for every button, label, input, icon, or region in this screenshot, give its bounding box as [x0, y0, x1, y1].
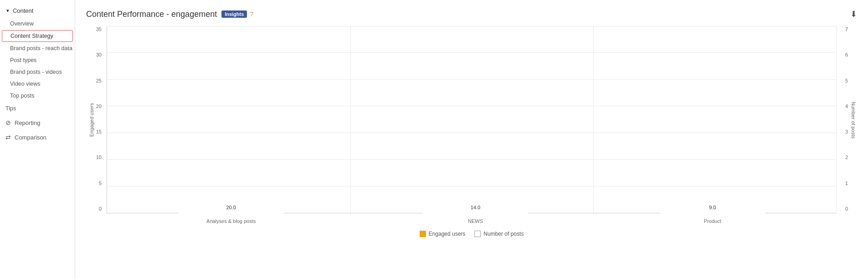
sidebar-item-top-posts[interactable]: Top posts — [0, 90, 75, 102]
sidebar-item-post-types[interactable]: Post types — [0, 54, 75, 66]
median-line-product — [660, 213, 765, 214]
grid-line — [107, 106, 837, 106]
bar-label-analyses: 20.0 — [226, 205, 236, 210]
grid-line — [107, 52, 837, 53]
chart-plot: 20.0 Analyses & blog posts 14.0 NEWS 9.0 — [107, 26, 837, 213]
sidebar-item-comparison[interactable]: ⇄ Comparison — [0, 130, 75, 145]
y-axis-left: 0 5 10 15 20 25 30 35 — [86, 26, 104, 213]
chevron-down-icon: ▼ — [5, 8, 10, 13]
vert-divider — [593, 26, 594, 213]
sidebar-section-label: Content — [13, 7, 34, 14]
y-axis-right-title: Number of posts — [851, 102, 856, 139]
bar-label-product: 9.0 — [709, 205, 716, 210]
legend-label-posts: Number of posts — [483, 231, 524, 237]
page-title: Content Performance - engagement — [86, 10, 217, 19]
legend-swatch-posts — [474, 231, 481, 237]
grid-line — [107, 159, 837, 160]
chart-legend: Engaged users Number of posts — [107, 227, 837, 241]
sidebar-item-content-strategy[interactable]: Content Strategy — [2, 30, 73, 42]
sidebar-section-content[interactable]: ▼ Content — [0, 4, 75, 18]
sidebar-tips[interactable]: Tips — [0, 102, 75, 115]
grid-line — [107, 26, 837, 26]
sidebar: ▼ Content Overview Content Strategy Bran… — [0, 0, 75, 279]
x-label-analyses: Analyses & blog posts — [206, 218, 256, 224]
grid-line — [107, 79, 837, 80]
chart-container: Engaged users 0 5 10 15 20 25 30 35 — [86, 26, 857, 241]
vert-divider — [836, 26, 837, 213]
main-content: Content Performance - engagement Insight… — [75, 0, 868, 279]
download-icon[interactable]: ⬇ — [850, 9, 857, 19]
sidebar-item-brand-posts-videos[interactable]: Brand posts - videos — [0, 66, 75, 78]
help-icon[interactable]: ? — [250, 10, 253, 18]
insights-badge[interactable]: Insights — [221, 10, 247, 18]
sidebar-item-reporting[interactable]: ⊘ Reporting — [0, 115, 75, 130]
page-header: Content Performance - engagement Insight… — [86, 9, 857, 19]
x-label-news: NEWS — [468, 218, 483, 224]
legend-label-engaged: Engaged users — [429, 231, 466, 237]
vert-divider — [350, 26, 351, 213]
sidebar-item-overview[interactable]: Overview — [0, 18, 75, 30]
median-line-analyses — [179, 213, 284, 214]
bar-label-news: 14.0 — [471, 205, 480, 210]
grid-line — [107, 133, 837, 133]
legend-item-posts: Number of posts — [474, 231, 524, 237]
median-line-news — [423, 213, 528, 214]
sidebar-item-brand-posts-reach[interactable]: Brand posts - reach data — [0, 42, 75, 54]
x-label-product: Product — [704, 218, 721, 224]
reporting-icon: ⊘ — [5, 119, 11, 126]
comparison-icon: ⇄ — [5, 134, 11, 141]
sidebar-item-video-views[interactable]: Video views — [0, 78, 75, 90]
legend-swatch-engaged — [420, 231, 426, 237]
legend-item-engaged: Engaged users — [420, 231, 466, 237]
grid-line — [107, 186, 837, 186]
